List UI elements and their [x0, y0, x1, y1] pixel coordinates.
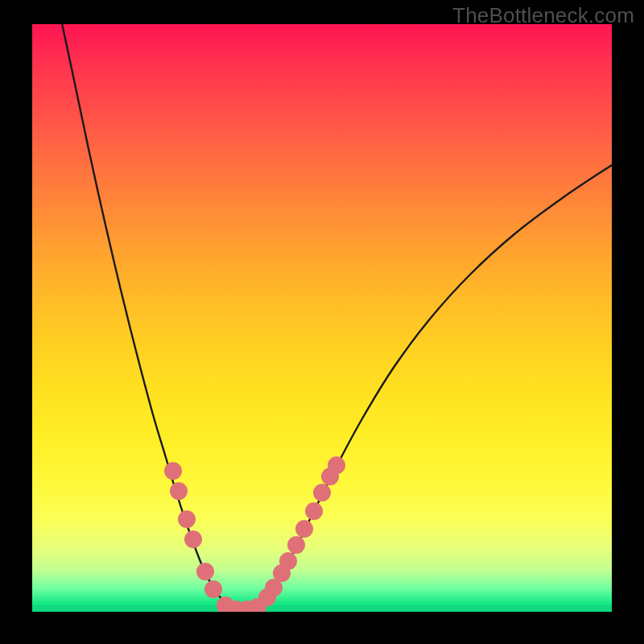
- watermark: TheBottleneck.com: [452, 3, 634, 28]
- green-baseline: [32, 605, 612, 612]
- chart-frame: TheBottleneck.com: [0, 0, 644, 644]
- plot-area: [32, 24, 612, 612]
